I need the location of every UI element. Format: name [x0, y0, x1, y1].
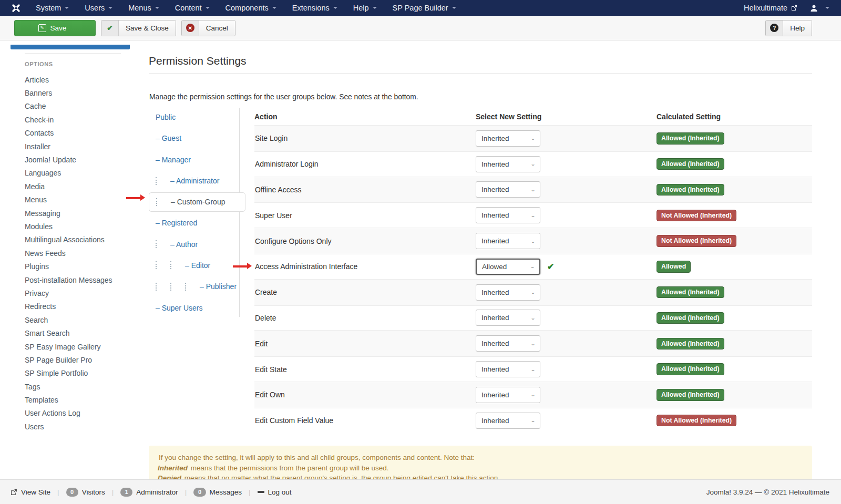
group-tree-item[interactable]: – Author: [149, 233, 239, 254]
sidebar-item[interactable]: Smart Search: [25, 326, 138, 340]
setting-select-value: Inherited: [481, 417, 509, 425]
group-link[interactable]: – Editor: [185, 261, 210, 270]
sidebar-item[interactable]: Redirects: [25, 300, 138, 313]
permission-row: Site Login Inherited ⌄ ✔ Allowed (Inheri…: [254, 126, 812, 151]
menu-item[interactable]: System: [28, 0, 77, 16]
sidebar-item[interactable]: Tags: [25, 380, 138, 393]
group-link[interactable]: – Registered: [156, 219, 197, 227]
action-label: Administrator Login: [254, 160, 476, 168]
menu-item[interactable]: Users: [77, 0, 120, 16]
setting-select[interactable]: Inherited ⌄: [476, 233, 540, 249]
site-preview-link[interactable]: Helixultimate: [739, 4, 803, 12]
user-menu[interactable]: [803, 4, 841, 12]
tree-indent-bars: [156, 177, 170, 185]
sidebar-item[interactable]: Cache: [25, 100, 138, 113]
setting-select[interactable]: Inherited ⌄: [476, 181, 540, 198]
group-link[interactable]: Public: [156, 113, 176, 121]
sidebar-item[interactable]: News Feeds: [25, 246, 138, 260]
setting-select[interactable]: Inherited ⌄: [476, 361, 540, 377]
cancel-button[interactable]: ✕ Cancel: [181, 20, 235, 36]
setting-select[interactable]: Inherited ⌄: [476, 156, 540, 172]
sidebar-item[interactable]: Search: [25, 313, 138, 326]
sidebar-item[interactable]: Menus: [25, 193, 138, 207]
permission-row: Offline Access Inherited ⌄ ✔ Allowed (In…: [254, 177, 812, 203]
visitors-status[interactable]: 0 Visitors: [66, 488, 105, 497]
menu-item[interactable]: Content: [167, 0, 218, 16]
sidebar-item-label: Users: [25, 423, 44, 431]
setting-select[interactable]: Inherited ⌄: [476, 413, 540, 429]
sidebar-item[interactable]: Post-installation Messages: [25, 273, 138, 286]
sidebar-item[interactable]: Plugins: [25, 260, 138, 273]
column-header-select-new-setting: Select New Setting: [476, 112, 657, 121]
sidebar-item-label: Smart Search: [25, 329, 70, 337]
sidebar-item[interactable]: SP Simple Portfolio: [25, 367, 138, 380]
sidebar-item[interactable]: Contacts: [25, 127, 138, 140]
visitors-count-badge: 0: [66, 488, 78, 497]
setting-select[interactable]: Inherited ⌄: [476, 207, 540, 223]
group-link[interactable]: – Super Users: [156, 304, 202, 312]
sidebar-item[interactable]: Privacy: [25, 286, 138, 300]
group-link[interactable]: – Manager: [156, 156, 191, 164]
sidebar-item[interactable]: Banners: [25, 86, 138, 99]
separator: |: [185, 488, 187, 496]
setting-select[interactable]: Inherited ⌄: [476, 284, 540, 301]
sidebar-item[interactable]: Joomla! Update: [25, 153, 138, 166]
sidebar-item[interactable]: SP Page Builder Pro: [25, 353, 138, 366]
menu-item[interactable]: Components: [218, 0, 284, 16]
setting-select[interactable]: Inherited ⌄: [476, 335, 540, 352]
sidebar-item[interactable]: Multilingual Associations: [25, 233, 138, 246]
setting-select[interactable]: Inherited ⌄: [476, 387, 540, 403]
sidebar-item[interactable]: Users: [25, 420, 138, 433]
group-tree-item[interactable]: – Super Users: [149, 297, 239, 318]
save-and-close-button[interactable]: ✔ Save & Close: [101, 20, 176, 36]
group-link[interactable]: – Publisher: [200, 282, 237, 291]
group-tree-item[interactable]: – Custom-Group: [149, 192, 245, 212]
menu-item[interactable]: Extensions: [284, 0, 345, 16]
calculated-setting-badge: Allowed (Inherited): [657, 389, 724, 400]
version-text: Joomla! 3.9.24 — © 2021 Helixultimate: [706, 488, 829, 496]
sidebar-item[interactable]: Installer: [25, 140, 138, 153]
setting-select-value: Inherited: [481, 391, 509, 399]
group-link[interactable]: – Author: [170, 240, 198, 249]
view-site-link[interactable]: View Site: [11, 488, 50, 496]
group-link[interactable]: – Custom-Group: [171, 198, 225, 206]
setting-select[interactable]: Allowed ⌄: [476, 259, 540, 275]
sidebar-item[interactable]: Articles: [25, 73, 138, 86]
group-tree-item[interactable]: – Guest: [149, 128, 239, 149]
setting-select[interactable]: Inherited ⌄: [476, 130, 540, 147]
sidebar-item-label: Joomla! Update: [25, 156, 76, 164]
sidebar-selected-indicator[interactable]: [11, 45, 130, 49]
group-tree-item[interactable]: – Manager: [149, 149, 239, 170]
help-button[interactable]: ? Help: [765, 20, 812, 36]
menu-item[interactable]: Help: [345, 0, 385, 16]
select-chevron-icon: ⌄: [530, 264, 535, 269]
sidebar-item[interactable]: User Actions Log: [25, 407, 138, 420]
sidebar-item[interactable]: Messaging: [25, 207, 138, 220]
group-tree-item[interactable]: – Publisher: [149, 276, 239, 297]
action-label: Super User: [254, 211, 476, 220]
group-link[interactable]: – Administrator: [170, 177, 219, 185]
chevron-down-icon: [155, 7, 159, 9]
setting-select[interactable]: Inherited ⌄: [476, 310, 540, 326]
sidebar-item[interactable]: SP Easy Image Gallery: [25, 340, 138, 353]
menu-item[interactable]: SP Page Builder: [385, 0, 464, 16]
group-tree-item[interactable]: Public: [149, 107, 239, 128]
permission-row: Edit Own Inherited ⌄ ✔ Allowed (Inherite…: [254, 382, 812, 408]
logout-link[interactable]: Log out: [258, 488, 292, 496]
sidebar-item[interactable]: Languages: [25, 167, 138, 180]
messages-status[interactable]: 0 Messages: [193, 488, 242, 497]
group-tree-item[interactable]: – Editor: [149, 255, 239, 276]
menu-item-label: Help: [353, 4, 369, 12]
group-tree-item[interactable]: – Administrator: [149, 170, 239, 191]
sidebar-item[interactable]: Templates: [25, 393, 138, 406]
permission-row: Edit Custom Field Value Inherited ⌄ ✔ No…: [254, 408, 812, 434]
group-tree-item[interactable]: – Registered: [149, 212, 239, 233]
menu-item[interactable]: Menus: [120, 0, 167, 16]
sidebar-item[interactable]: Check-in: [25, 113, 138, 126]
sidebar-item-label: Banners: [25, 89, 52, 97]
group-link[interactable]: – Guest: [156, 134, 181, 142]
sidebar-item[interactable]: Media: [25, 180, 138, 193]
save-button[interactable]: ✎ Save: [14, 20, 96, 36]
sidebar-item[interactable]: Modules: [25, 220, 138, 233]
administrator-status[interactable]: 1 Administrator: [120, 488, 178, 497]
